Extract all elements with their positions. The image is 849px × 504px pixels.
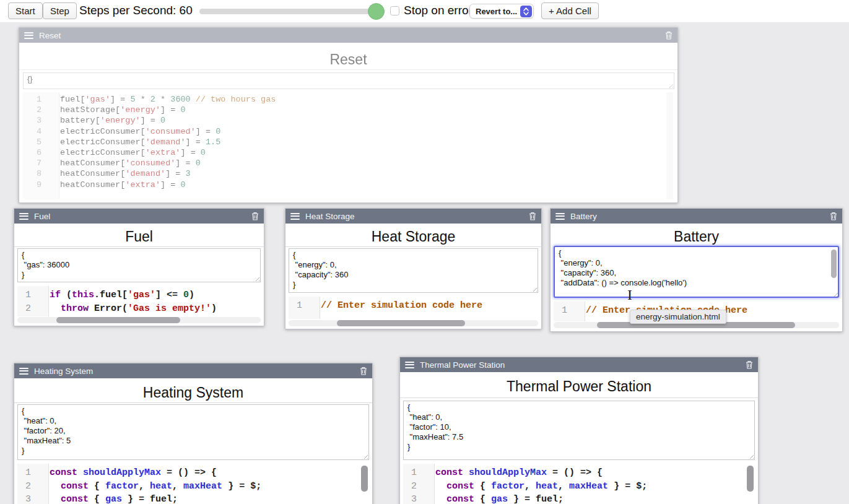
cell-battery-header[interactable]: Battery [551,209,842,224]
text-cursor-icon: I [627,287,632,303]
json-state-input[interactable]: {} [23,72,674,89]
cell-title: Reset [19,51,677,68]
json-state-wrap: { "energy": 0, "capacity": 360 } [289,248,538,293]
code-editor[interactable]: 1fuel['gas'] = 5 * 2 * 3600 // two hours… [23,92,674,199]
tooltip: energy-simulation.html [630,310,726,324]
menu-icon[interactable] [19,213,28,220]
add-cell-button[interactable]: + Add Cell [541,2,599,19]
code-vscrollbar[interactable] [361,466,368,492]
cell-fuel: Fuel Fuel { "gas": 36000 } 1if (this.fue… [14,208,264,326]
cell-fuel-header[interactable]: Fuel [14,209,264,224]
cell-heating-system-header[interactable]: Heating System [14,363,372,378]
cell-title: Battery [551,228,842,245]
cell-header-label: Heating System [34,367,93,376]
menu-icon[interactable] [19,368,28,375]
code-hscrollbar[interactable] [17,317,261,323]
textarea-vscrollbar[interactable] [831,250,837,278]
cell-reset-header[interactable]: Reset [19,28,677,43]
code-vscrollbar[interactable] [747,466,754,492]
delete-cell-button[interactable] [830,212,837,220]
json-state-wrap: { "heat": 0, "factor": 10, "maxHeat": 7.… [403,401,755,460]
revert-to-select-value: Revert to... [476,7,517,16]
cell-thermal-power-station-header[interactable]: Thermal Power Station [400,357,758,372]
code-hscrollbar[interactable] [289,320,538,326]
cell-thermal-power-station: Thermal Power Station Thermal Power Stat… [399,357,759,504]
cell-reset: Reset Reset {} 1fuel['gas'] = 5 * 2 * 36… [19,27,678,203]
delete-cell-button[interactable] [251,212,259,220]
trash-icon [529,212,536,220]
json-state-wrap: { "gas": 36000 } [17,248,261,282]
cell-heat-storage-header[interactable]: Heat Storage [285,209,541,224]
code-editor[interactable]: 1const shouldApplyMax = () => {2 const {… [403,464,755,504]
json-state-input[interactable]: { "heat": 0, "factor": 10, "maxHeat": 7.… [403,401,755,460]
stop-on-error-label: Stop on error [404,4,472,17]
json-state-input[interactable]: { "gas": 36000 } [17,248,261,282]
cell-header-label: Fuel [34,212,50,221]
json-state-input[interactable]: { "heat": 0, "factor": 20, "maxHeat": 5 … [17,404,369,460]
cell-title: Heating System [14,385,372,401]
trash-icon [251,212,259,220]
code-editor[interactable]: 1// Enter simulation code here [289,297,538,319]
menu-icon[interactable] [555,213,565,220]
trash-icon [665,31,673,40]
steps-per-second-slider[interactable] [199,9,381,14]
delete-cell-button[interactable] [665,31,673,40]
cell-title: Fuel [14,228,264,245]
json-state-wrap: {} [23,72,674,89]
revert-to-select[interactable]: Revert to... [469,4,534,19]
cell-header-label: Reset [39,31,61,40]
cell-title: Thermal Power Station [400,378,758,395]
json-state-input[interactable]: { "energy": 0, "capacity": 360, "addData… [554,246,839,298]
delete-cell-button[interactable] [746,360,753,369]
menu-icon[interactable] [405,362,414,368]
cell-battery: Battery Battery { "energy": 0, "capacity… [550,208,843,332]
code-editor[interactable]: 1const shouldApplyMax = () => {2 const {… [17,464,369,504]
step-button[interactable]: Step [43,2,77,19]
cell-header-label: Thermal Power Station [420,360,505,370]
scrollbar-thumb[interactable] [56,317,180,323]
scrollbar-thumb[interactable] [337,320,465,326]
delete-cell-button[interactable] [360,367,367,375]
cell-heating-system: Heating System Heating System { "heat": … [14,363,373,504]
delete-cell-button[interactable] [529,212,536,220]
select-stepper-icon [520,6,532,17]
json-state-wrap: { "energy": 0, "capacity": 360, "addData… [554,246,839,298]
json-state-wrap: { "heat": 0, "factor": 20, "maxHeat": 5 … [17,404,369,460]
menu-icon[interactable] [24,32,33,39]
trash-icon [830,212,837,220]
json-state-input[interactable]: { "energy": 0, "capacity": 360 } [289,248,538,293]
stop-on-error-checkbox[interactable] [390,6,399,15]
code-editor[interactable]: 1if (this.fuel['gas'] <= 0)2 throw Error… [17,286,261,316]
code-vscrollbar[interactable] [666,92,673,199]
trash-icon [746,360,753,369]
cell-header-label: Battery [570,212,597,221]
menu-icon[interactable] [290,213,300,220]
start-button[interactable]: Start [8,2,43,19]
toolbar: Start Step Steps per Second: 60 Stop on … [0,0,849,22]
steps-per-second-label: Steps per Second: 60 [79,4,193,17]
trash-icon [360,367,367,375]
cell-header-label: Heat Storage [305,212,355,221]
cell-heat-storage: Heat Storage Heat Storage { "energy": 0,… [285,208,542,329]
cell-title: Heat Storage [285,228,541,245]
slider-thumb[interactable] [368,3,385,20]
